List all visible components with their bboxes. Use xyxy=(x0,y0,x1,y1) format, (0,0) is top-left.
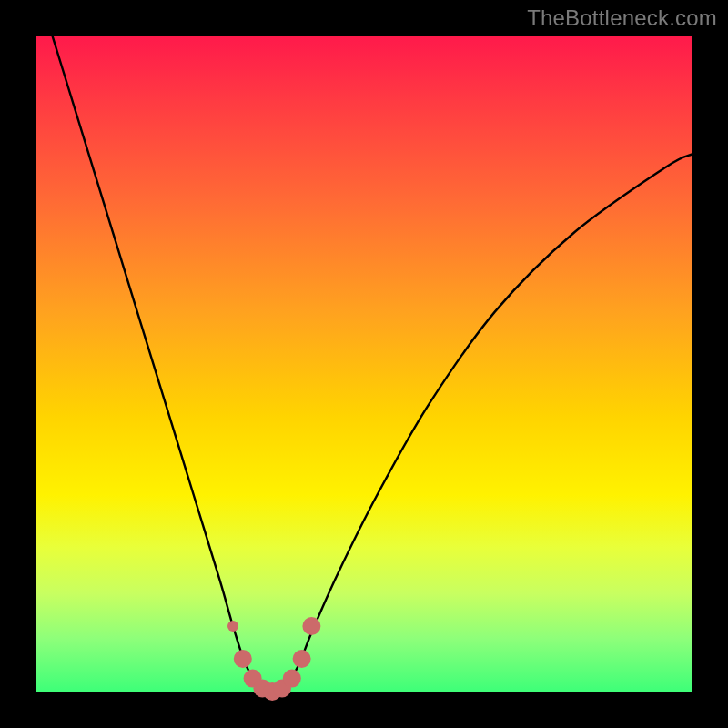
highlight-dot xyxy=(283,670,301,688)
highlight-dot xyxy=(228,621,238,632)
bottleneck-curve xyxy=(36,0,692,692)
highlight-dot xyxy=(293,650,311,668)
watermark-label: TheBottleneck.com xyxy=(527,5,717,31)
curve-svg xyxy=(36,36,692,692)
highlight-dot xyxy=(302,617,320,635)
chart-frame: TheBottleneck.com xyxy=(0,0,728,728)
highlight-dot xyxy=(234,650,252,668)
highlight-markers xyxy=(228,617,320,701)
plot-area xyxy=(36,36,692,692)
